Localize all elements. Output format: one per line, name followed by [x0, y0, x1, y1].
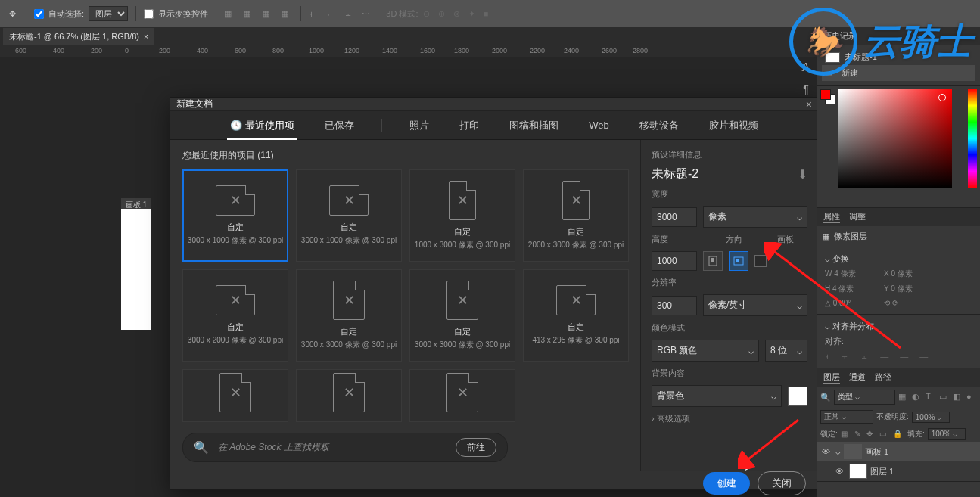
adjustments-tab[interactable]: 调整: [849, 211, 866, 223]
paths-tab[interactable]: 路径: [875, 371, 891, 384]
width-unit-dropdown[interactable]: 像素⌵: [703, 206, 807, 228]
show-transform-checkbox[interactable]: [144, 9, 154, 19]
preset-card[interactable]: 自定3000 x 3000 像素 @ 300 ppi: [296, 269, 402, 362]
dialog-header: 新建文档 ×: [170, 98, 818, 111]
layer-row-artboard[interactable]: 👁 ⌵ 画板 1: [817, 442, 980, 461]
filter-pixel-icon[interactable]: ▦: [898, 392, 909, 402]
height-input[interactable]: [652, 251, 697, 271]
width-input[interactable]: [652, 207, 697, 227]
properties-tab[interactable]: 属性: [823, 211, 840, 223]
transform-panel: ⌵ 变换 W 4 像素X 0 像素 H 4 像素Y 0 像素 △ 0.00°⟲ …: [817, 247, 980, 315]
preset-card[interactable]: [409, 369, 515, 422]
transform-x[interactable]: X 0 像素: [884, 269, 937, 279]
layer-row[interactable]: 👁 图层 1: [817, 461, 980, 481]
chevron-down-icon[interactable]: ⌵: [825, 254, 830, 263]
tab-art[interactable]: 图稿和插图: [506, 119, 562, 132]
document-icon: [216, 185, 255, 216]
document-tab[interactable]: 未标题-1 @ 66.7% (图层 1, RGB/8) ×: [3, 28, 154, 45]
tab-film[interactable]: 胶片和视频: [706, 119, 761, 132]
artboard-checkbox[interactable]: [754, 255, 767, 267]
color-field[interactable]: [838, 89, 952, 188]
type-icon[interactable]: A: [801, 61, 810, 74]
filter-smart-icon[interactable]: ◧: [953, 392, 963, 402]
distribute-icons[interactable]: ⫞ ⫟ ⫠: [309, 9, 357, 18]
layer-name[interactable]: 画板 1: [865, 446, 888, 458]
preset-card[interactable]: 自定3000 x 1000 像素 @ 300 ppi: [182, 169, 288, 262]
preset-card[interactable]: 自定413 x 295 像素 @ 300 ppi: [523, 269, 629, 362]
align-buttons[interactable]: ⫞ ⫟ ⫠ — — —: [822, 349, 975, 363]
close-button[interactable]: 关闭: [758, 471, 806, 495]
foreground-background-swatch[interactable]: [820, 89, 835, 104]
history-item[interactable]: ▭ 新建: [822, 65, 975, 81]
visibility-icon[interactable]: 👁: [835, 467, 846, 476]
document-icon: [333, 373, 365, 412]
filter-type-dropdown[interactable]: 类型 ⌵: [834, 390, 895, 405]
go-button[interactable]: 前往: [456, 438, 496, 457]
advanced-options-toggle[interactable]: › 高级选项: [652, 413, 807, 424]
bit-depth-dropdown[interactable]: 8 位⌵: [765, 340, 807, 362]
layers-tab[interactable]: 图层: [823, 371, 840, 384]
auto-select-label: 自动选择:: [48, 8, 84, 20]
artboard[interactable]: [121, 209, 151, 330]
paragraph-icon[interactable]: ¶: [803, 83, 809, 95]
history-item[interactable]: 未标题-1: [822, 49, 975, 65]
hue-slider[interactable]: [968, 89, 977, 188]
resolution-unit-dropdown[interactable]: 像素/英寸⌵: [703, 294, 807, 316]
close-icon[interactable]: ×: [144, 33, 148, 41]
tab-mobile[interactable]: 移动设备: [636, 119, 682, 132]
preset-card[interactable]: 自定2000 x 3000 像素 @ 300 ppi: [523, 169, 629, 262]
visibility-icon[interactable]: 👁: [822, 447, 832, 456]
preset-card[interactable]: [182, 369, 288, 422]
align-icons[interactable]: ▦ ▦ ▦ ▦: [224, 9, 293, 19]
auto-select-dropdown[interactable]: 图层: [89, 6, 128, 21]
transform-y[interactable]: Y 0 像素: [884, 284, 937, 294]
preset-card[interactable]: [296, 369, 402, 422]
tab-photo[interactable]: 照片: [406, 119, 432, 132]
tab-saved[interactable]: 已保存: [322, 119, 357, 132]
color-mode-dropdown[interactable]: RGB 颜色⌵: [652, 340, 759, 362]
show-transform-label: 显示变换控件: [158, 8, 208, 20]
fill-input[interactable]: 100% ⌵: [928, 428, 966, 440]
filter-type-icon[interactable]: T: [926, 392, 936, 402]
filter-adjust-icon[interactable]: ◐: [912, 392, 922, 402]
chevron-down-icon: ⌵: [748, 346, 754, 356]
preset-card[interactable]: 自定3000 x 3000 像素 @ 300 ppi: [409, 269, 515, 362]
document-name[interactable]: 未标题-2: [652, 166, 698, 182]
preset-card[interactable]: 自定3000 x 1000 像素 @ 300 ppi: [296, 169, 402, 262]
background-dropdown[interactable]: 背景色⌵: [652, 385, 782, 407]
preset-card[interactable]: 自定3000 x 2000 像素 @ 300 ppi: [182, 269, 288, 362]
tab-print[interactable]: 打印: [456, 119, 482, 132]
stock-search-input[interactable]: 在 Adobe Stock 上查找模板: [218, 441, 446, 454]
flip-icons[interactable]: ⟲ ⟳: [884, 299, 937, 307]
lock-icons[interactable]: ▦ ✎ ✥ ▭ 🔒: [841, 430, 904, 438]
mode-3d-label: 3D 模式:: [386, 8, 418, 20]
blend-mode-dropdown[interactable]: 正常 ⌵: [820, 410, 873, 424]
orientation-landscape-button[interactable]: [729, 251, 748, 271]
document-icon: [216, 285, 255, 315]
right-panels: 历史记录 未标题-1 ▭ 新建 属性 调整 ▦像素图层: [817, 27, 980, 497]
transform-w[interactable]: W 4 像素: [825, 269, 878, 279]
chevron-down-icon[interactable]: ⌵: [835, 447, 841, 457]
save-preset-icon[interactable]: ⬇: [798, 167, 807, 182]
document-icon: [449, 181, 476, 220]
tab-recent[interactable]: 🕓最近使用项: [227, 119, 297, 140]
history-tab[interactable]: 历史记录: [823, 30, 857, 42]
opacity-input[interactable]: 100% ⌵: [912, 412, 950, 423]
search-icon[interactable]: 🔍: [820, 393, 831, 402]
filter-toggle-icon[interactable]: ●: [966, 392, 977, 402]
transform-angle[interactable]: △ 0.00°: [825, 299, 878, 307]
background-color-swatch[interactable]: [788, 387, 807, 406]
more-icon[interactable]: ⋯: [362, 9, 370, 19]
transform-h[interactable]: H 4 像素: [825, 284, 878, 294]
tab-web[interactable]: Web: [586, 120, 612, 131]
preset-card[interactable]: 自定1000 x 3000 像素 @ 300 ppi: [409, 169, 515, 262]
filter-shape-icon[interactable]: ▭: [939, 392, 950, 402]
orientation-portrait-button[interactable]: [703, 251, 723, 271]
channels-tab[interactable]: 通道: [849, 371, 866, 384]
create-button[interactable]: 创建: [703, 472, 750, 495]
chevron-down-icon[interactable]: ⌵: [825, 321, 830, 331]
auto-select-checkbox[interactable]: [34, 9, 44, 19]
layer-name[interactable]: 图层 1: [870, 466, 894, 477]
resolution-input[interactable]: [652, 296, 697, 315]
dialog-close-icon[interactable]: ×: [806, 98, 812, 110]
